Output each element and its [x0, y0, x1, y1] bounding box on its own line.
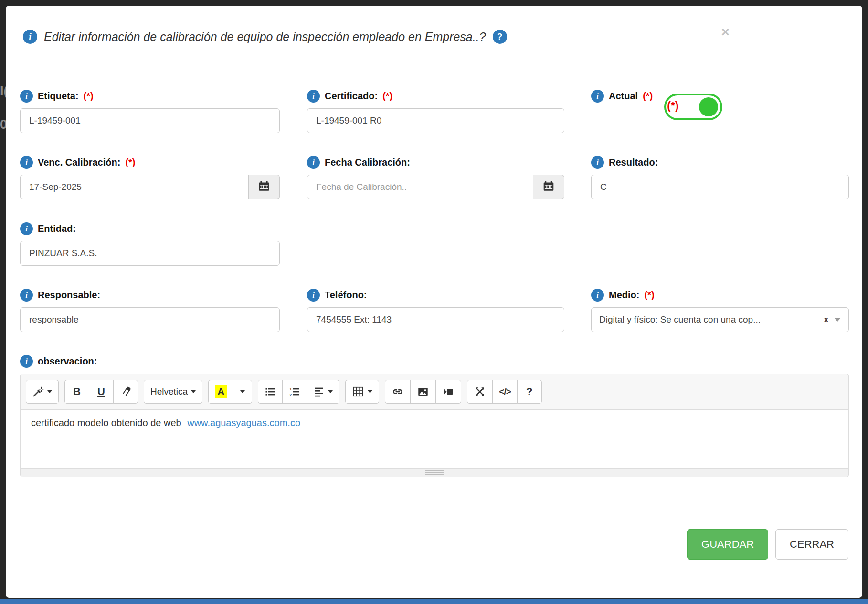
info-circle-icon[interactable]: i	[20, 222, 33, 235]
editor-resize-handle[interactable]	[21, 468, 848, 477]
table-icon	[352, 385, 364, 398]
responsable-input[interactable]	[20, 307, 280, 332]
field-certificado: i Certificado: (*)	[307, 90, 591, 133]
calendar-icon	[258, 180, 270, 194]
rich-text-editor: B U Helvet	[20, 374, 849, 477]
edit-calibration-modal: i Editar información de calibración de e…	[6, 6, 862, 598]
bold-button[interactable]: B	[64, 380, 89, 404]
telefono-label: Teléfono:	[325, 290, 367, 301]
field-resultado: i Resultado:	[591, 156, 849, 199]
clear-format-button[interactable]	[113, 380, 138, 404]
info-circle-icon[interactable]: i	[20, 355, 33, 368]
underline-button[interactable]: U	[89, 380, 114, 404]
close-icon[interactable]: ×	[721, 25, 730, 39]
venc-calibracion-input[interactable]	[20, 175, 249, 199]
chevron-down-icon	[834, 318, 841, 322]
entidad-label: Entidad:	[38, 223, 76, 234]
fecha-calibracion-label: Fecha Calibración:	[325, 157, 410, 168]
etiqueta-input[interactable]	[20, 108, 280, 133]
calibration-form: i Etiqueta: (*) i Certificado: (*) i	[6, 44, 862, 477]
medio-select[interactable]: Digital y físico: Se cuenta con una cop.…	[591, 307, 849, 332]
clear-selection-icon[interactable]: x	[824, 315, 828, 324]
info-circle-icon[interactable]: i	[20, 90, 33, 103]
paragraph-align-button[interactable]	[307, 380, 339, 404]
caret-icon	[368, 390, 372, 393]
font-family-button[interactable]: Helvetica	[144, 380, 202, 404]
insert-link-button[interactable]	[385, 380, 411, 404]
info-circle-icon[interactable]: i	[20, 156, 33, 169]
certificado-input[interactable]	[307, 108, 564, 133]
table-button[interactable]	[345, 380, 379, 404]
ordered-list-button[interactable]: 1 2	[282, 380, 307, 404]
svg-text:1: 1	[290, 387, 292, 391]
field-observacion: i observacion:	[20, 355, 849, 477]
video-icon	[442, 385, 455, 398]
medio-label: Medio:	[609, 290, 639, 301]
required-marker: (*)	[644, 290, 654, 301]
editor-content[interactable]: certificado modelo obtenido de web www.a…	[21, 410, 848, 468]
info-circle-icon[interactable]: i	[307, 156, 320, 169]
editor-toolbar: B U Helvet	[21, 374, 848, 410]
field-responsable: i Responsable:	[20, 289, 307, 332]
editor-help-button[interactable]: ?	[517, 380, 542, 404]
field-actual: i Actual (*) (*)	[591, 90, 849, 133]
field-fecha-calibracion: i Fecha Calibración:	[307, 156, 591, 199]
content-link[interactable]: www.aguasyaguas.com.co	[187, 417, 300, 428]
modal-footer: GUARDAR CERRAR	[6, 508, 862, 560]
medio-selected-value: Digital y físico: Se cuenta con una cop.…	[599, 314, 818, 325]
entidad-input[interactable]	[20, 241, 280, 266]
field-telefono: i Teléfono:	[307, 289, 591, 332]
required-marker: (*)	[643, 91, 653, 102]
modal-title: Editar información de calibración de equ…	[44, 30, 486, 44]
info-circle-icon[interactable]: i	[591, 156, 604, 169]
info-circle-icon[interactable]: i	[591, 289, 604, 302]
info-circle-icon[interactable]: i	[20, 289, 33, 302]
toggle-knob	[699, 97, 718, 116]
field-etiqueta: i Etiqueta: (*)	[20, 90, 307, 133]
info-circle-icon[interactable]: i	[307, 90, 320, 103]
required-marker: (*)	[84, 91, 94, 102]
guardar-button[interactable]: GUARDAR	[687, 529, 768, 560]
modal-header: i Editar información de calibración de e…	[6, 6, 862, 44]
style-magic-button[interactable]	[26, 380, 59, 404]
unordered-list-button[interactable]	[258, 380, 283, 404]
fullscreen-button[interactable]	[467, 380, 493, 404]
resultado-input[interactable]	[591, 175, 849, 199]
required-marker: (*)	[382, 91, 392, 102]
font-color-dropdown-button[interactable]	[233, 380, 252, 404]
telefono-input[interactable]	[307, 307, 564, 332]
cerrar-button[interactable]: CERRAR	[775, 529, 848, 560]
certificado-label: Certificado:	[325, 91, 378, 102]
bullet-list-icon	[265, 386, 276, 397]
info-circle-icon[interactable]: i	[307, 289, 320, 302]
info-circle-icon[interactable]: i	[23, 30, 37, 44]
code-view-button[interactable]: </>	[492, 380, 517, 404]
background-bottom-bar	[0, 599, 868, 604]
actual-toggle[interactable]: (*)	[664, 94, 722, 120]
calendar-icon	[542, 180, 555, 194]
svg-text:2: 2	[290, 393, 292, 397]
info-circle-icon[interactable]: i	[591, 90, 604, 103]
numbered-list-icon: 1 2	[289, 386, 300, 397]
responsable-label: Responsable:	[38, 290, 100, 301]
calendar-addon-button[interactable]	[249, 175, 280, 199]
image-icon	[417, 385, 429, 398]
caret-icon	[328, 390, 333, 393]
eraser-icon	[120, 386, 131, 397]
align-left-icon	[313, 386, 325, 397]
caret-icon	[47, 390, 52, 393]
required-marker: (*)	[125, 157, 135, 168]
observacion-label: observacion:	[38, 356, 97, 367]
fecha-calibracion-input[interactable]	[307, 175, 533, 199]
field-venc-calibracion: i Venc. Calibración: (*)	[20, 156, 307, 199]
help-circle-icon[interactable]: ?	[493, 30, 507, 44]
magic-wand-icon	[32, 386, 44, 397]
calendar-addon-button[interactable]	[533, 175, 564, 199]
link-icon	[392, 385, 404, 398]
actual-label: Actual	[609, 91, 638, 102]
etiqueta-label: Etiqueta:	[38, 91, 79, 102]
insert-video-button[interactable]	[435, 380, 461, 404]
font-color-button[interactable]: A	[208, 380, 233, 404]
venc-calibracion-label: Venc. Calibración:	[38, 157, 120, 168]
insert-image-button[interactable]	[410, 380, 436, 404]
